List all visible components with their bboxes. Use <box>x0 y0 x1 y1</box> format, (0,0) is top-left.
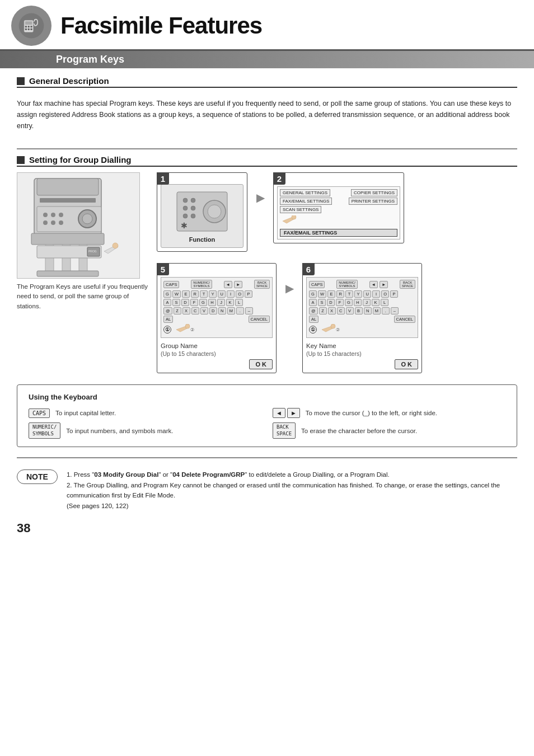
svg-point-15 <box>59 213 63 217</box>
svg-point-42 <box>331 324 335 328</box>
page-content: General Description Your fax machine has… <box>0 68 534 543</box>
step5-indicator: ① ② <box>163 324 270 335</box>
keyboard-mockup-6: CAPS NUMERIC/SYMBOLS ◄ ► BACKSPACE GWERT… <box>306 277 418 338</box>
svg-point-31 <box>183 198 188 203</box>
using-keyboard-title: Using the Keyboard <box>29 393 505 401</box>
svg-point-20 <box>82 214 92 224</box>
keyboard-info-grid: CAPS To input capital letter. ◄ ► To mov… <box>29 408 505 439</box>
step-5-sublabel: (Up to 15 characters) <box>161 350 273 357</box>
numeric-info-text: To input numbers, and symbols mark. <box>66 428 173 434</box>
step-1-box: 1 <box>157 172 247 252</box>
steps-row-1: 1 <box>157 172 517 252</box>
right-arrow-key[interactable]: ► <box>234 281 242 288</box>
fax-machine-area: PROG The Program Keys are useful if you … <box>17 172 151 373</box>
svg-rect-25 <box>37 271 99 276</box>
back-space-key[interactable]: BACKSPACE <box>254 280 270 289</box>
general-desc-body: Your fax machine has special Program key… <box>17 93 517 140</box>
fax-email-highlight[interactable]: FAX/EMAIL SETTINGS <box>280 229 397 237</box>
section-icon-2 <box>17 156 25 164</box>
screen-mockup: GENERAL SETTINGS COPIER SETTINGS FAX/EMA… <box>277 186 400 240</box>
general-settings-btn[interactable]: GENERAL SETTINGS <box>280 189 330 196</box>
kb-row-2: ASDFGHJKL <box>163 299 270 306</box>
step-1-content: ✱ Function <box>157 173 247 251</box>
svg-rect-7 <box>28 29 30 30</box>
fax-machine-illustration: PROG <box>17 172 140 279</box>
svg-point-33 <box>183 206 188 210</box>
back-space-key-6[interactable]: BACKSPACE <box>400 280 415 289</box>
kb-row-2-6: ASDFGHJKL <box>309 299 415 306</box>
svg-rect-10 <box>37 179 99 195</box>
step-6-box: 6 CAPS NUMERIC/SYMBOLS ◄ ► BACKSPACE <box>302 263 422 373</box>
cancel-key-6[interactable]: CANCEL <box>394 316 415 323</box>
step-6-number: 6 <box>302 263 315 275</box>
group-dialling-content: PROG The Program Keys are useful if you … <box>17 172 517 373</box>
fax-email-settings-btn[interactable]: FAX/EMAIL SETTINGS <box>280 198 332 205</box>
kb-row-4-6: AL CANCEL <box>309 316 415 323</box>
step-6-sublabel: (Up to 15 characters) <box>306 350 418 357</box>
page-title: Facsimile Features <box>60 12 262 39</box>
step-5-label: Group Name <box>161 341 273 350</box>
svg-point-38 <box>208 205 221 218</box>
note-item-2: 2. The Group Dialling, and Program Key c… <box>67 480 517 511</box>
caps-info-key: CAPS <box>29 408 50 418</box>
section-divider <box>17 148 517 149</box>
numeric-info-row: NUMERIC/SYMBOLS To input numbers, and sy… <box>29 422 261 439</box>
arrow-keys-pair: ◄ ► <box>273 408 300 418</box>
caps-key[interactable]: CAPS <box>163 281 179 288</box>
left-arrow-key-6[interactable]: ◄ <box>369 281 378 288</box>
step-6-content: CAPS NUMERIC/SYMBOLS ◄ ► BACKSPACE GWERT… <box>303 264 421 373</box>
svg-point-41 <box>185 324 190 328</box>
numeric-symbols-key[interactable]: NUMERIC/SYMBOLS <box>191 280 212 289</box>
step-5-6-arrow <box>281 263 298 313</box>
steps-row-2: 5 CAPS NUMERIC/SYMBOLS ◄ ► BACKSPACE <box>157 263 517 373</box>
left-arrow-key[interactable]: ◄ <box>224 281 232 288</box>
step-5-box: 5 CAPS NUMERIC/SYMBOLS ◄ ► BACKSPACE <box>157 263 277 373</box>
svg-point-36 <box>191 214 195 218</box>
note-item-1: 1. Press "03 Modify Group Dial" or "04 D… <box>67 469 517 480</box>
right-arrow-info: ► <box>287 408 300 418</box>
page-number: 38 <box>17 521 517 536</box>
scan-settings-btn[interactable]: SCAN SETTINGS <box>280 206 321 213</box>
backspace-info-key: BACKSPACE <box>273 422 296 439</box>
printer-settings-btn[interactable]: PRINTER SETTINGS <box>349 198 397 205</box>
step-5-ok-button[interactable]: O K <box>249 359 273 369</box>
screen-row-1: GENERAL SETTINGS COPIER SETTINGS <box>280 189 397 196</box>
page-header: Facsimile Features <box>0 0 534 51</box>
kb-row-3-6: @ZXCVBNM.– <box>309 307 415 314</box>
sub-header: Program Keys <box>0 51 534 68</box>
numeric-symbols-key-6[interactable]: NUMERIC/SYMBOLS <box>336 280 358 289</box>
svg-point-16 <box>43 220 48 225</box>
step-6-ok-wrap: O K <box>306 359 418 369</box>
kb-row-1: GWERTYUIOP <box>163 290 270 298</box>
screen-row-3: SCAN SETTINGS <box>280 206 397 213</box>
right-arrow-key-6[interactable]: ► <box>380 281 388 288</box>
svg-point-34 <box>191 206 195 210</box>
group-dialling-title: Setting for Group Dialling <box>29 155 132 165</box>
backspace-info-text: To erase the character before the cursor… <box>301 428 417 434</box>
step-6-ok-button[interactable]: O K <box>395 359 418 369</box>
arrows-info-text: To move the cursor (_) to the left, or r… <box>306 410 437 416</box>
screen-row-2: FAX/EMAIL SETTINGS PRINTER SETTINGS <box>280 198 397 205</box>
sub-header-text: Program Keys <box>56 54 124 65</box>
svg-rect-2 <box>25 21 32 25</box>
step-2-box: 2 GENERAL SETTINGS COPIER SETTINGS FAX/E… <box>273 172 404 243</box>
note-divider <box>17 457 517 458</box>
caps-key-6[interactable]: CAPS <box>309 281 325 288</box>
kb-row-1-6: GWERTYUIOP <box>309 290 415 298</box>
keyboard-mockup-5: CAPS NUMERIC/SYMBOLS ◄ ► BACKSPACE GWERT… <box>161 277 273 338</box>
caps-info-text: To input capital letter. <box>55 410 116 416</box>
step-1-number: 1 <box>157 172 169 185</box>
cancel-key[interactable]: CANCEL <box>249 316 270 323</box>
svg-point-13 <box>43 213 48 217</box>
svg-rect-5 <box>30 26 32 27</box>
arrow-keys: ◄ ► <box>224 281 243 288</box>
step-5-content: CAPS NUMERIC/SYMBOLS ◄ ► BACKSPACE GWERT… <box>157 264 276 373</box>
copier-settings-btn[interactable]: COPIER SETTINGS <box>351 189 397 196</box>
using-keyboard-section: Using the Keyboard CAPS To input capital… <box>17 384 517 447</box>
svg-rect-21 <box>31 233 104 245</box>
svg-point-35 <box>183 214 188 218</box>
svg-rect-11 <box>40 198 96 203</box>
svg-text:PROG: PROG <box>88 250 97 253</box>
general-desc-heading: General Description <box>17 76 517 88</box>
svg-point-17 <box>51 220 55 225</box>
